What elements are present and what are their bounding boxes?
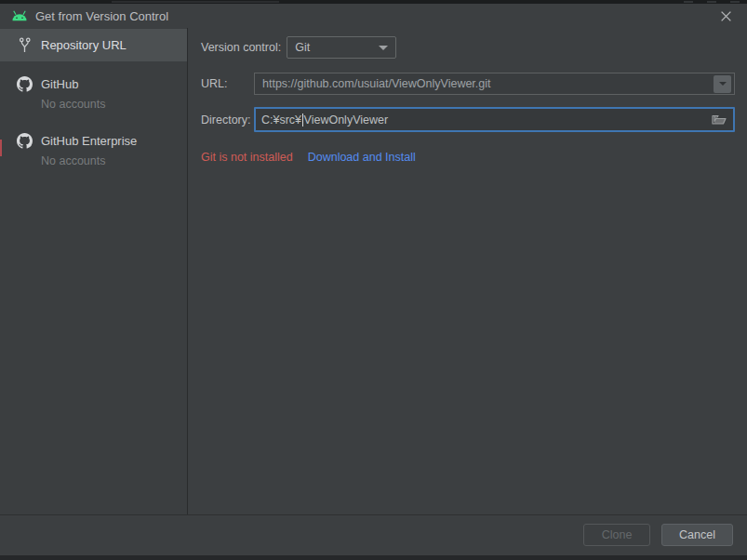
sidebar-item-github[interactable]: GitHub No accounts: [0, 69, 187, 118]
android-icon: [11, 8, 28, 23]
directory-input[interactable]: C:¥src¥ViewOnlyViewer: [254, 107, 735, 132]
cancel-button[interactable]: Cancel: [661, 524, 733, 546]
vcs-sidebar: Repository URL GitHub No accounts GitHub: [0, 28, 188, 514]
dialog-button-bar: Clone Cancel: [0, 514, 747, 555]
close-icon[interactable]: [715, 6, 736, 26]
sidebar-item-label: Repository URL: [41, 38, 127, 52]
directory-label: Directory:: [201, 113, 254, 127]
dialog-title: Get from Version Control: [35, 9, 168, 23]
sidebar-item-repository-url[interactable]: Repository URL: [0, 29, 187, 61]
branch-icon: [15, 37, 33, 53]
clone-button[interactable]: Clone: [583, 524, 650, 546]
chevron-down-icon: [719, 82, 727, 86]
url-value: https://github.com/usuiat/ViewOnlyViewer…: [262, 77, 714, 90]
version-control-value: Git: [295, 41, 379, 54]
version-control-label: Version control:: [201, 41, 281, 54]
sidebar-item-label: GitHub: [41, 77, 78, 91]
url-input[interactable]: https://github.com/usuiat/ViewOnlyViewer…: [254, 73, 735, 95]
sidebar-item-subtitle: No accounts: [41, 98, 105, 111]
url-history-dropdown-button[interactable]: [714, 75, 731, 93]
version-control-select[interactable]: Git: [287, 36, 396, 59]
download-and-install-link[interactable]: Download and Install: [308, 151, 416, 164]
github-icon: [15, 133, 33, 149]
url-label: URL:: [201, 77, 254, 90]
sidebar-item-github-enterprise[interactable]: GitHub Enterprise No accounts: [0, 126, 187, 175]
clone-form: Version control: Git URL: https://github…: [188, 28, 747, 514]
git-not-installed-error: Git is not installed: [201, 151, 293, 164]
sidebar-item-subtitle: No accounts: [41, 154, 137, 167]
chevron-down-icon: [379, 46, 388, 50]
background-window-bottom-sliver: [0, 555, 747, 560]
background-window-red-sliver: [0, 140, 2, 156]
dialog-title-bar: Get from Version Control: [0, 4, 747, 28]
directory-value: C:¥src¥ViewOnlyViewer: [261, 113, 711, 127]
github-icon: [15, 76, 33, 92]
browse-folder-icon[interactable]: [711, 113, 727, 126]
sidebar-item-label: GitHub Enterprise: [41, 134, 137, 148]
